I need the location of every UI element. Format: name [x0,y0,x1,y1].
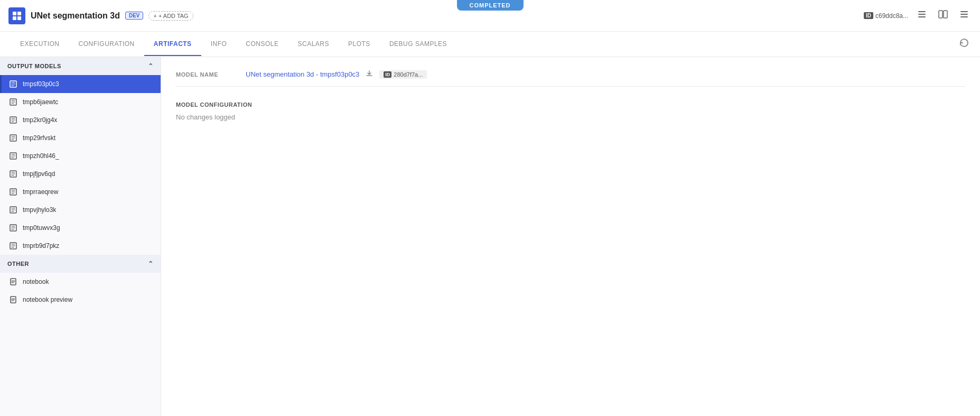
svg-rect-8 [944,11,947,18]
sidebar-item-tmp0tuwvx3g[interactable]: tmp0tuwvx3g [0,219,161,237]
id-label: ID [864,12,873,19]
model-name-label: MODEL NAME [176,71,239,78]
content-area: MODEL NAME UNet segmentation 3d - tmpsf0… [161,57,980,416]
model-icon [9,134,17,142]
sidebar-item-label: tmpjfjpv6qd [23,170,55,178]
status-badge: COMPLETED [456,0,523,11]
task-id-badge: ID c69ddc8a... [864,12,908,20]
model-config-title: MODEL CONFIGURATION [176,101,965,108]
sidebar-item-label: tmpvjhylo3k [23,206,56,214]
page-title: UNet segmentation 3d [31,11,120,21]
app-icon [8,7,25,24]
split-view-button[interactable] [936,7,950,24]
text-view-button[interactable] [914,7,929,24]
more-options-button[interactable] [957,7,972,24]
model-icon [9,116,17,124]
add-tag-plus: + [153,13,156,19]
model-icon [9,80,17,88]
file-icon [9,278,17,286]
other-section-header[interactable]: OTHER ⌃ [0,255,161,273]
model-icon [9,188,17,196]
model-icon [9,98,17,106]
svg-rect-4 [918,11,926,12]
svg-rect-2 [13,16,16,20]
svg-rect-11 [960,16,968,17]
sidebar-item-label: tmprraeqrew [23,188,58,196]
sidebar-item-tmpvjhylo3k[interactable]: tmpvjhylo3k [0,201,161,219]
svg-rect-5 [918,14,926,15]
header-left: UNet segmentation 3d DEV + + ADD TAG [8,7,864,24]
sidebar-item-notebook[interactable]: notebook [0,273,161,291]
sidebar: OUTPUT MODELS ⌃ tmpsf03p0c3 tmpb6jaewtc [0,57,161,416]
svg-rect-1 [17,12,21,15]
dev-tag: DEV [125,12,144,20]
tab-scalars[interactable]: SCALARS [288,33,339,56]
model-id-value: 280d7f7a... [394,71,423,78]
sidebar-item-label: tmp0tuwvx3g [23,224,60,232]
svg-rect-0 [13,12,16,15]
tabs-bar: EXECUTION CONFIGURATION ARTIFACTS INFO C… [0,32,980,57]
tab-console[interactable]: CONSOLE [236,33,288,56]
model-id-badge: ID 280d7f7a... [379,70,427,79]
sidebar-item-label: tmp2kr0jg4x [23,116,57,124]
sidebar-item-tmprb9d7pkz[interactable]: tmprb9d7pkz [0,237,161,255]
output-models-section-header[interactable]: OUTPUT MODELS ⌃ [0,57,161,75]
sidebar-item-tmpb6jaewtc[interactable]: tmpb6jaewtc [0,93,161,111]
add-tag-button[interactable]: + + ADD TAG [148,11,193,21]
main-layout: OUTPUT MODELS ⌃ tmpsf03p0c3 tmpb6jaewtc [0,57,980,416]
svg-rect-6 [918,16,926,17]
sidebar-item-label: tmpzh0hl46_ [23,152,59,160]
header-right: ID c69ddc8a... [864,7,972,24]
tab-debug-samples[interactable]: DEBUG SAMPLES [380,33,456,56]
other-chevron: ⌃ [148,260,154,267]
tab-configuration[interactable]: CONFIGURATION [69,33,144,56]
model-id-label-prefix: ID [384,71,391,78]
model-icon [9,152,17,160]
add-tag-label: + ADD TAG [158,13,189,19]
output-models-label: OUTPUT MODELS [7,63,61,69]
svg-rect-7 [939,11,942,18]
sidebar-item-tmprraeqrew[interactable]: tmprraeqrew [0,183,161,201]
svg-rect-3 [17,16,21,20]
svg-rect-9 [960,11,968,12]
sidebar-item-tmp2kr0jg4x[interactable]: tmp2kr0jg4x [0,111,161,129]
model-header-row: MODEL NAME UNet segmentation 3d - tmpsf0… [176,70,965,87]
no-changes-text: No changes logged [176,113,965,121]
sidebar-item-tmpsf03p0c3[interactable]: tmpsf03p0c3 [0,75,161,93]
download-icon[interactable] [366,70,373,79]
sidebar-item-label: notebook [23,278,49,285]
other-section-label: OTHER [7,261,29,267]
model-icon [9,242,17,250]
sidebar-item-tmpzh0hl46[interactable]: tmpzh0hl46_ [0,147,161,165]
svg-rect-10 [960,14,968,15]
sidebar-item-label: notebook preview [23,296,72,303]
model-icon [9,170,17,178]
sidebar-item-tmpjfjpv6qd[interactable]: tmpjfjpv6qd [0,165,161,183]
sidebar-item-label: tmpsf03p0c3 [23,80,59,88]
model-config-section: MODEL CONFIGURATION No changes logged [176,101,965,121]
tab-plots[interactable]: PLOTS [339,33,380,56]
sidebar-item-notebook-preview[interactable]: notebook preview [0,291,161,309]
sidebar-item-tmp29rfvskt[interactable]: tmp29rfvskt [0,129,161,147]
sidebar-item-label: tmpb6jaewtc [23,98,58,106]
file-icon [9,295,17,304]
model-name-link[interactable]: UNet segmentation 3d - tmpsf03p0c3 [246,70,359,78]
refresh-button[interactable] [959,38,969,51]
sidebar-item-label: tmprb9d7pkz [23,242,59,249]
id-value: c69ddc8a... [875,12,908,20]
model-icon [9,206,17,214]
tab-execution[interactable]: EXECUTION [11,33,69,56]
model-icon [9,224,17,232]
tab-artifacts[interactable]: ARTIFACTS [144,33,201,56]
output-models-chevron: ⌃ [148,62,154,70]
tab-info[interactable]: INFO [201,33,237,56]
sidebar-item-label: tmp29rfvskt [23,134,55,142]
